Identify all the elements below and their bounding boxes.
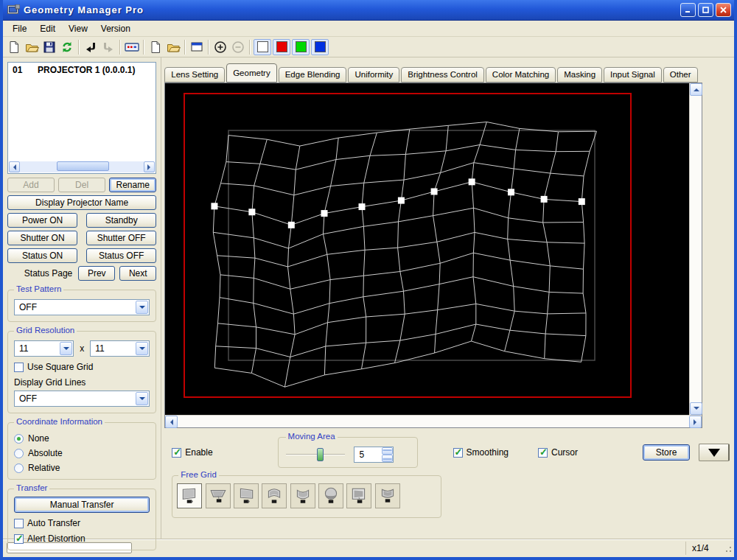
dome-screen-icon[interactable] <box>318 483 343 508</box>
status-off-button[interactable]: Status OFF <box>86 248 156 263</box>
smoothing-checkbox[interactable] <box>453 448 463 458</box>
shutter-on-button[interactable]: Shutter ON <box>7 231 77 245</box>
projector-list-item[interactable]: 01 PROJECTOR 1 (0.0.0.1) <box>8 63 156 77</box>
chevron-down-icon[interactable] <box>136 301 148 314</box>
refresh-icon[interactable] <box>58 38 76 56</box>
chevron-down-icon[interactable] <box>60 342 72 355</box>
spin-up-icon[interactable] <box>382 447 393 455</box>
spin-down-icon[interactable] <box>382 455 393 462</box>
enable-checkbox[interactable] <box>172 448 181 458</box>
save-icon[interactable] <box>41 38 58 56</box>
tilted-screen-icon[interactable] <box>206 483 231 508</box>
coordinate-information-label: Coordinate Information <box>14 417 105 426</box>
arc-screen-icon[interactable] <box>375 483 400 508</box>
alert-distortion-checkbox[interactable] <box>14 534 24 544</box>
red-test-swatch[interactable] <box>273 39 290 55</box>
scroll-up-icon[interactable] <box>690 83 702 96</box>
green-test-swatch[interactable] <box>292 39 310 55</box>
test-pattern-select[interactable]: OFF <box>14 299 150 315</box>
cursor-checkbox[interactable] <box>538 448 548 458</box>
close-button[interactable] <box>716 3 731 17</box>
projector-list-scrollbar[interactable] <box>9 161 155 172</box>
cylinder-screen-icon[interactable] <box>290 483 315 508</box>
new-document-icon[interactable] <box>5 38 23 56</box>
angled-screen-icon[interactable] <box>234 483 259 508</box>
scroll-track[interactable] <box>690 96 702 402</box>
next-button[interactable]: Next <box>119 266 156 281</box>
tab-masking[interactable]: Masking <box>557 67 602 83</box>
tab-color-matching[interactable]: Color Matching <box>486 67 556 83</box>
status-on-button[interactable]: Status ON <box>7 248 77 263</box>
scroll-track[interactable] <box>20 161 144 172</box>
resize-grip-icon[interactable] <box>722 543 733 553</box>
curved-screen-icon[interactable] <box>262 483 287 508</box>
store-dropdown-button[interactable] <box>699 444 730 461</box>
menu-version[interactable]: Version <box>94 22 137 35</box>
tab-brightness-control[interactable]: Brightness Control <box>401 67 484 83</box>
open-file-icon[interactable] <box>23 38 41 56</box>
wall-screen-icon[interactable] <box>346 483 371 508</box>
zoom-in-icon[interactable] <box>212 38 229 56</box>
menu-view[interactable]: View <box>62 22 94 35</box>
scroll-right-icon[interactable] <box>689 416 702 428</box>
grid-v-select[interactable]: 11 <box>90 340 150 357</box>
blue-test-swatch[interactable] <box>311 39 329 55</box>
manual-transfer-button[interactable]: Manual Transfer <box>14 497 150 513</box>
coord-absolute-radio[interactable] <box>14 449 24 458</box>
slider-track[interactable] <box>286 454 345 455</box>
transfer-group: Transfer Manual Transfer Auto Transfer A… <box>7 489 156 550</box>
zoom-out-icon[interactable] <box>229 38 247 56</box>
coord-none-radio[interactable] <box>14 434 24 444</box>
tab-geometry[interactable]: Geometry <box>226 63 277 83</box>
tab-other[interactable]: Other <box>663 67 698 83</box>
moving-area-value[interactable]: 5 <box>354 447 382 462</box>
rename-button[interactable]: Rename <box>109 178 156 192</box>
use-square-grid-checkbox[interactable] <box>14 363 24 372</box>
tab-lens-setting[interactable]: Lens Setting <box>164 67 225 83</box>
maximize-button[interactable] <box>698 3 713 17</box>
shutter-off-button[interactable]: Shutter OFF <box>86 231 156 245</box>
coord-relative-label: Relative <box>28 463 60 473</box>
auto-transfer-checkbox[interactable] <box>14 519 24 528</box>
remote-display-icon[interactable] <box>123 38 141 56</box>
tab-input-signal[interactable]: Input Signal <box>604 67 662 83</box>
new-pattern-icon[interactable] <box>147 38 164 56</box>
canvas-hscrollbar[interactable] <box>165 415 702 427</box>
display-projector-name-button[interactable]: Display Projector Name <box>7 195 156 210</box>
del-button[interactable]: Del <box>58 178 105 192</box>
power-on-button[interactable]: Power ON <box>7 213 77 228</box>
projector-list[interactable]: 01 PROJECTOR 1 (0.0.0.1) <box>7 62 156 174</box>
tab-edge-blending[interactable]: Edge Blending <box>279 67 347 83</box>
coord-relative-radio[interactable] <box>14 463 24 473</box>
moving-area-spinner[interactable]: 5 <box>354 447 394 463</box>
grid-times-label: x <box>80 343 84 354</box>
chevron-down-icon[interactable] <box>136 342 148 355</box>
slider-thumb[interactable] <box>317 448 324 461</box>
scroll-down-icon[interactable] <box>690 402 702 415</box>
chevron-down-icon[interactable] <box>136 392 148 405</box>
scroll-left-icon[interactable] <box>165 416 178 428</box>
canvas-vscrollbar[interactable] <box>689 83 702 415</box>
scroll-thumb[interactable] <box>57 161 109 171</box>
open-pattern-icon[interactable] <box>164 38 182 56</box>
menu-file[interactable]: File <box>6 22 33 35</box>
scroll-left-icon[interactable] <box>9 161 20 172</box>
tab-uniformity[interactable]: Uniformity <box>348 67 399 83</box>
window-capture-icon[interactable] <box>188 38 206 56</box>
redo-icon[interactable] <box>99 38 117 56</box>
display-grid-lines-select[interactable]: OFF <box>14 391 150 407</box>
grid-h-select[interactable]: 11 <box>14 340 74 357</box>
menu-edit[interactable]: Edit <box>33 22 62 35</box>
store-button[interactable]: Store <box>643 444 690 461</box>
undo-icon[interactable] <box>82 38 99 56</box>
minimize-button[interactable] <box>680 3 696 17</box>
moving-area-slider[interactable] <box>286 447 345 462</box>
standby-button[interactable]: Standby <box>86 213 156 228</box>
add-button[interactable]: Add <box>7 178 55 192</box>
prev-button[interactable]: Prev <box>78 266 115 281</box>
white-test-swatch[interactable] <box>254 39 271 55</box>
geometry-mesh[interactable] <box>165 83 689 415</box>
scroll-right-icon[interactable] <box>144 161 155 172</box>
flat-screen-icon[interactable] <box>177 483 202 508</box>
scroll-track[interactable] <box>178 416 689 427</box>
